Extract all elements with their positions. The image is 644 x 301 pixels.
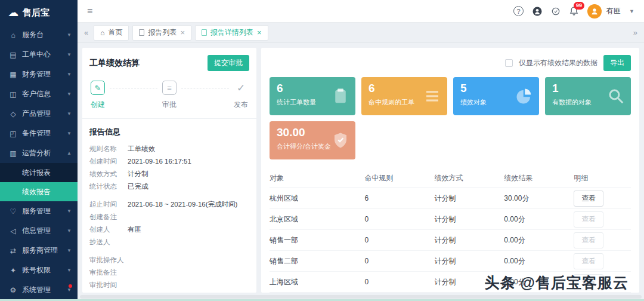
cell-name: 销售二部 bbox=[270, 256, 364, 266]
sidebar-subitem-2[interactable]: 绩效报告 bbox=[0, 182, 78, 201]
filter-checkbox[interactable] bbox=[505, 59, 513, 67]
support-icon[interactable] bbox=[532, 6, 543, 17]
sidebar-item-label: 工单中心 bbox=[22, 50, 67, 60]
sidebar-item-label: 服务商管理 bbox=[22, 245, 67, 256]
tab-label: 首页 bbox=[108, 27, 122, 38]
table-row: 销售二部0计分制0.00分查看 bbox=[270, 251, 631, 272]
account-icon: ✦ bbox=[8, 266, 18, 275]
table-row: 销售一部0计分制0.00分查看 bbox=[270, 230, 631, 251]
tabs-scroll-right-icon[interactable]: » bbox=[631, 28, 639, 37]
username: 有匪 bbox=[606, 6, 621, 16]
sidebar-item-customer[interactable]: ◫客户信息▼ bbox=[0, 84, 78, 104]
topbar-actions: ? 99 有匪 ▼ bbox=[513, 4, 634, 19]
sidebar-item-product[interactable]: ◇产品管理▼ bbox=[0, 104, 78, 124]
field-label: 发布时间 bbox=[89, 291, 128, 293]
table-row: 杭州区域6计分制30.00分查看 bbox=[270, 188, 631, 209]
sidebar-item-label: 服务台 bbox=[22, 30, 67, 40]
collapse-sidebar-icon[interactable]: ≡ bbox=[87, 6, 92, 17]
sidebar-item-parts[interactable]: ◰备件管理▼ bbox=[0, 124, 78, 143]
field-value: 2021-09-16 16:17:51 bbox=[128, 155, 191, 168]
stat-card-3: 5绩效对象 bbox=[453, 77, 539, 115]
avatar[interactable] bbox=[587, 4, 602, 19]
sidebar-item-label: 财务管理 bbox=[22, 69, 67, 79]
tab-3[interactable]: 报告详情列表× bbox=[195, 25, 268, 41]
tab-label: 报告列表 bbox=[148, 27, 177, 38]
sidebar-item-label: 客户信息 bbox=[22, 89, 67, 99]
product-icon: ◇ bbox=[8, 110, 18, 118]
report-summary-panel: 工单绩效结算 提交审批 ✎≡✓ 创建审批发布 报告信息 规则名称工单绩效创建时间… bbox=[82, 48, 256, 293]
refresh-icon[interactable] bbox=[551, 7, 561, 16]
chevron-down-icon: ▼ bbox=[67, 32, 72, 38]
cell-name: 销售一部 bbox=[270, 235, 364, 245]
step-label: 审批 bbox=[162, 100, 177, 110]
cell-method: 计分制 bbox=[434, 194, 504, 204]
chevron-down-icon: ▼ bbox=[67, 131, 72, 136]
column-header: 明细 bbox=[574, 173, 631, 183]
list-icon bbox=[423, 87, 441, 105]
stat-cards: 6统计工单数量6命中规则的工单5绩效对象1有数据的对象 bbox=[270, 77, 631, 115]
sidebar-subitem-1[interactable]: 统计报表 bbox=[0, 163, 78, 182]
cell-name: 上海区域 bbox=[270, 277, 364, 287]
sidebar-item-analysis[interactable]: ▥运营分析▲ bbox=[0, 143, 78, 163]
cell-rules: 0 bbox=[364, 236, 434, 244]
view-detail-button[interactable]: 查看 bbox=[574, 191, 603, 207]
sidebar-item-vendor[interactable]: ⇄服务商管理▼ bbox=[0, 241, 78, 260]
notification-badge: 99 bbox=[574, 2, 584, 10]
filter-label: 仅显示有绩效结果的数据 bbox=[519, 58, 597, 68]
sidebar-item-service[interactable]: ♡服务管理▼ bbox=[0, 201, 78, 221]
step-pencil-icon: ✎ bbox=[91, 81, 105, 95]
cell-rules: 0 bbox=[364, 257, 434, 265]
section-title: 报告信息 bbox=[89, 127, 249, 137]
stat-card-1: 6统计工单数量 bbox=[270, 77, 355, 115]
horizontal-scrollbar[interactable] bbox=[80, 295, 642, 299]
table-header: 对象命中规则绩效方式绩效结果明细 bbox=[270, 169, 631, 188]
close-icon[interactable]: × bbox=[257, 29, 262, 36]
chevron-down-icon[interactable]: ▼ bbox=[629, 8, 634, 14]
main-area: ≡ ? 99 有匪 ▼ « bbox=[78, 0, 644, 301]
chevron-down-icon: ▼ bbox=[67, 268, 72, 273]
field-label: 绩效方式 bbox=[89, 168, 128, 180]
sidebar-item-label: 备件管理 bbox=[22, 128, 67, 139]
parts-icon: ◰ bbox=[8, 130, 18, 138]
notifications-bell[interactable]: 99 bbox=[569, 6, 579, 16]
view-detail-button: 查看 bbox=[574, 211, 603, 228]
help-icon[interactable]: ? bbox=[513, 6, 524, 16]
field-label: 规则名称 bbox=[89, 143, 128, 155]
field-row: 创建备注 bbox=[89, 211, 249, 223]
sidebar-item-message[interactable]: ◁信息管理▼ bbox=[0, 221, 78, 241]
close-icon[interactable]: × bbox=[180, 29, 185, 36]
sidebar-item-finance[interactable]: ▦财务管理▼ bbox=[0, 64, 78, 84]
tabs: ⌂首页报告列表×报告详情列表× bbox=[94, 25, 268, 41]
ticket-icon: ▤ bbox=[8, 51, 18, 59]
topbar: ≡ ? 99 有匪 ▼ bbox=[78, 0, 644, 23]
export-button[interactable]: 导出 bbox=[603, 55, 631, 71]
step-label: 发布 bbox=[234, 100, 248, 110]
notification-dot bbox=[69, 284, 72, 288]
column-header: 对象 bbox=[270, 173, 364, 183]
chevron-up-icon: ▲ bbox=[67, 150, 72, 156]
sidebar-item-label: 系统管理 bbox=[22, 285, 67, 295]
field-row: 统计状态已完成 bbox=[89, 180, 249, 193]
field-label: 审批备注 bbox=[89, 266, 128, 279]
chevron-down-icon: ▼ bbox=[67, 248, 72, 253]
sidebar-item-ticket[interactable]: ▤工单中心▼ bbox=[0, 45, 78, 64]
sidebar: ☁ 售后宝 ⌂服务台▼▤工单中心▼▦财务管理▼◫客户信息▼◇产品管理▼◰备件管理… bbox=[0, 0, 78, 301]
chevron-down-icon: ▼ bbox=[67, 91, 72, 97]
shield-icon bbox=[332, 131, 349, 149]
sidebar-item-label: 运营分析 bbox=[22, 148, 67, 158]
service-icon: ♡ bbox=[8, 207, 18, 216]
page-title: 工单绩效结算 bbox=[89, 58, 140, 69]
submit-approval-button[interactable]: 提交审批 bbox=[208, 55, 249, 71]
tab-2[interactable]: 报告列表× bbox=[132, 25, 191, 41]
field-row: 绩效方式计分制 bbox=[89, 168, 249, 180]
view-detail-button: 查看 bbox=[574, 232, 603, 248]
sidebar-nav: ⌂服务台▼▤工单中心▼▦财务管理▼◫客户信息▼◇产品管理▼◰备件管理▼▥运营分析… bbox=[0, 25, 78, 300]
sidebar-item-home[interactable]: ⌂服务台▼ bbox=[0, 25, 78, 45]
table-row: 北京区域0计分制0.00分查看 bbox=[270, 209, 631, 230]
tabs-scroll-left-icon[interactable]: « bbox=[82, 28, 90, 37]
tab-1[interactable]: ⌂首页 bbox=[94, 25, 129, 41]
field-row: 抄送人 bbox=[89, 236, 249, 248]
sidebar-item-system[interactable]: ⚙系统管理▼ bbox=[0, 280, 78, 300]
clipboard-icon bbox=[332, 87, 349, 105]
sidebar-item-account[interactable]: ✦账号权限▼ bbox=[0, 260, 78, 280]
